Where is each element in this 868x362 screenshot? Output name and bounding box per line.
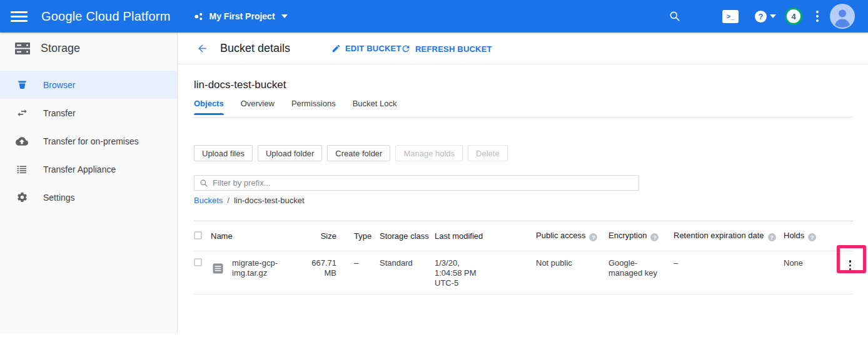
hamburger-icon (11, 11, 28, 13)
tab-overview[interactable]: Overview (241, 99, 275, 115)
back-button[interactable] (196, 43, 208, 57)
filter-box (194, 175, 639, 191)
row-checkbox[interactable] (194, 258, 202, 266)
help-menu-button[interactable]: ? (755, 11, 776, 23)
breadcrumb-buckets-link[interactable]: Buckets (194, 196, 223, 205)
sidebar-header: Storage (0, 33, 177, 64)
file-icon (213, 263, 223, 274)
edit-bucket-label: EDIT BUCKET (345, 44, 401, 53)
sidebar-item-transfer[interactable]: Transfer (0, 99, 177, 127)
sidebar-item-transfer-on-premises[interactable]: Transfer for on-premises (0, 127, 177, 155)
help-icon[interactable]: ? (589, 233, 597, 241)
chevron-down-icon (770, 14, 776, 18)
object-name-link[interactable]: migrate-gcp-img.tar.gz (232, 258, 309, 278)
pencil-icon (331, 44, 341, 53)
tab-objects[interactable]: Objects (194, 99, 224, 115)
delete-button: Delete (468, 145, 508, 161)
sidebar-nav: Browser Transfer Transfer for on-premise… (0, 71, 177, 211)
vertical-dots-icon (849, 260, 852, 263)
filter-input[interactable] (213, 178, 638, 188)
object-type: – (354, 258, 380, 268)
transfer-appliance-icon (16, 164, 28, 175)
more-options-button[interactable] (816, 9, 819, 23)
upload-folder-button[interactable]: Upload folder (258, 145, 322, 161)
select-all-checkbox[interactable] (194, 231, 202, 239)
column-header-retention: Retention expiration date? (674, 231, 784, 242)
upload-files-button[interactable]: Upload files (194, 145, 253, 161)
manage-holds-button: Manage holds (395, 145, 463, 161)
object-public-access: Not public (536, 258, 608, 268)
table-row: migrate-gcp-img.tar.gz 667.71 MB – Stand… (194, 251, 853, 294)
tab-permissions[interactable]: Permissions (291, 99, 336, 115)
object-storage-class: Standard (380, 258, 435, 268)
bucket-icon (16, 79, 28, 91)
help-icon[interactable]: ? (650, 233, 659, 241)
main-content: Bucket details EDIT BUCKET REFRESH BUCKE… (178, 33, 868, 362)
refresh-bucket-label: REFRESH BUCKET (415, 44, 492, 54)
vertical-dots-icon (816, 11, 819, 13)
search-button[interactable] (669, 10, 681, 23)
project-icon (193, 11, 204, 22)
search-icon (669, 10, 681, 23)
cloud-shell-button[interactable]: >_ (722, 10, 739, 23)
tabs: Objects Overview Permissions Bucket Lock (194, 99, 397, 115)
notification-badge: 4 (785, 8, 802, 25)
create-folder-button[interactable]: Create folder (327, 145, 390, 161)
page-header: Bucket details EDIT BUCKET REFRESH BUCKE… (178, 33, 868, 64)
sidebar-item-browser[interactable]: Browser (0, 71, 177, 99)
breadcrumb: Buckets/lin-docs-test-bucket (194, 196, 305, 205)
breadcrumb-current: lin-docs-test-bucket (234, 196, 305, 205)
row-actions-menu-button[interactable] (849, 258, 852, 271)
project-switcher[interactable]: My First Project (193, 11, 288, 22)
breadcrumb-separator: / (227, 196, 230, 205)
back-arrow-icon (196, 43, 208, 54)
notifications-button[interactable]: 4 (785, 8, 802, 25)
avatar-icon (830, 4, 855, 29)
sidebar-title: Storage (41, 42, 80, 55)
topbar: Google Cloud Platform My First Project >… (0, 0, 868, 33)
object-last-modified: 1/3/20, 1:04:58 PM UTC-5 (435, 258, 487, 288)
column-header-type: Type (354, 231, 380, 241)
column-header-storage-class: Storage class (380, 231, 435, 241)
object-retention: – (674, 258, 784, 268)
sidebar-item-label: Transfer Appliance (43, 164, 116, 174)
sidebar-item-settings[interactable]: Settings (0, 183, 177, 211)
edit-bucket-button[interactable]: EDIT BUCKET (331, 44, 401, 53)
storage-product-icon (14, 42, 31, 55)
project-name: My First Project (209, 11, 275, 21)
search-icon (199, 179, 208, 188)
sidebar-item-label: Transfer for on-premises (43, 136, 139, 146)
transfer-arrows-icon (16, 107, 28, 119)
objects-table: Name Size Type Storage class Last modifi… (194, 221, 853, 294)
object-holds: None (784, 258, 837, 268)
object-encryption: Google-managed key (608, 258, 666, 278)
cloud-shell-icon: >_ (722, 10, 739, 23)
sidebar-item-transfer-appliance[interactable]: Transfer Appliance (0, 155, 177, 183)
object-size: 667.71 MB (309, 258, 336, 278)
help-icon: ? (755, 11, 767, 23)
column-header-last-modified: Last modified (435, 231, 536, 241)
tabs-divider (194, 117, 853, 118)
hamburger-menu-button[interactable] (11, 9, 28, 24)
refresh-bucket-button[interactable]: REFRESH BUCKET (401, 44, 492, 54)
chevron-down-icon (281, 14, 288, 18)
gear-icon (16, 191, 28, 203)
sidebar-item-label: Browser (43, 80, 75, 90)
avatar[interactable] (830, 4, 855, 29)
sidebar-item-label: Settings (43, 193, 75, 203)
gcp-logo[interactable]: Google Cloud Platform (41, 9, 171, 24)
column-header-holds: Holds? (784, 231, 837, 242)
cloud-upload-icon (16, 135, 28, 148)
column-header-encryption: Encryption? (608, 231, 674, 242)
refresh-icon (401, 44, 411, 54)
column-header-size: Size (309, 231, 336, 241)
help-icon[interactable]: ? (768, 233, 776, 241)
sidebar-item-label: Transfer (43, 108, 76, 118)
page-title: Bucket details (220, 42, 290, 55)
bucket-name: lin-docs-test-bucket (194, 79, 286, 91)
help-icon[interactable]: ? (808, 233, 816, 241)
table-header-row: Name Size Type Storage class Last modifi… (194, 221, 853, 251)
tab-bucket-lock[interactable]: Bucket Lock (353, 99, 397, 115)
object-toolbar: Upload files Upload folder Create folder… (194, 145, 508, 161)
column-header-public-access: Public access? (536, 231, 608, 242)
